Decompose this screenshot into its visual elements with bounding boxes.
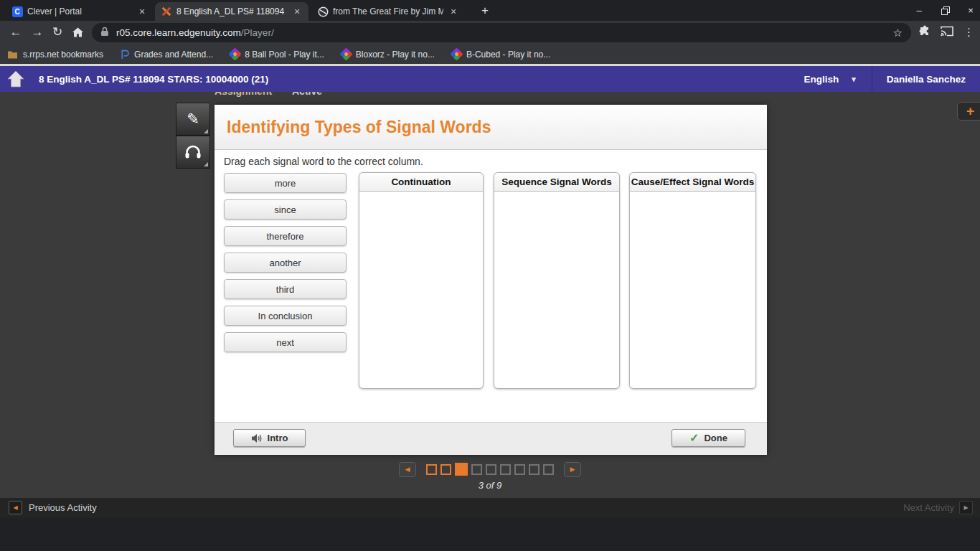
next-activity-icon[interactable]: ▶ bbox=[959, 501, 973, 514]
check-icon: ✓ bbox=[689, 431, 699, 445]
pager-prev-icon[interactable]: ◀ bbox=[399, 462, 416, 477]
page-square[interactable] bbox=[543, 464, 554, 475]
headphones-icon bbox=[184, 145, 202, 159]
close-window-icon[interactable]: × bbox=[966, 5, 976, 16]
column-header: Sequence Signal Words bbox=[494, 173, 619, 192]
coolmath-icon bbox=[450, 47, 463, 60]
page-square[interactable] bbox=[529, 464, 540, 475]
screen: C Clever | Portal × 8 English A_DL PS# 1… bbox=[0, 0, 980, 551]
column-cause-effect[interactable]: Cause/Effect Signal Words bbox=[629, 172, 756, 389]
back-icon[interactable]: ← bbox=[7, 24, 24, 41]
column-header: Continuation bbox=[359, 173, 483, 192]
edgenuity-favicon-icon bbox=[161, 6, 172, 17]
tab-clever-portal[interactable]: C Clever | Portal × bbox=[6, 2, 154, 21]
tab-title: 8 English A_DL PS# 118094 STA bbox=[176, 6, 287, 17]
word-in-conclusion[interactable]: In conclusion bbox=[224, 306, 347, 326]
restore-window-icon[interactable] bbox=[940, 5, 950, 16]
tab-edgenuity-player[interactable]: 8 English A_DL PS# 118094 STA × bbox=[155, 2, 308, 21]
word-since[interactable]: since bbox=[224, 199, 347, 220]
address-bar[interactable]: r05.core.learn.edgenuity.com /Player/ ☆ bbox=[92, 23, 911, 42]
url-host: r05.core.learn.edgenuity.com bbox=[116, 27, 241, 38]
page-square[interactable] bbox=[471, 464, 482, 475]
speaker-icon bbox=[251, 433, 263, 443]
browser-tab-strip: C Clever | Portal × 8 English A_DL PS# 1… bbox=[0, 0, 980, 21]
lms-header: 8 English A_DL PS# 118094 STARS: 1000400… bbox=[0, 66, 980, 92]
home-house-icon bbox=[6, 70, 25, 88]
word-therefore[interactable]: therefore bbox=[224, 226, 347, 246]
intro-button[interactable]: Intro bbox=[233, 429, 306, 447]
user-menu[interactable]: Daniella Sanchez bbox=[872, 66, 980, 92]
activity-nav-bar: ◀ Previous Activity Next Activity ▶ bbox=[0, 498, 980, 518]
coolmath-icon bbox=[228, 47, 241, 60]
window-controls: – × bbox=[914, 0, 976, 21]
activity-card: Identifying Types of Signal Words Drag e… bbox=[215, 105, 767, 455]
tab-great-fire[interactable]: from The Great Fire by Jim Murp × bbox=[311, 2, 465, 21]
language-selector[interactable]: English ▾ bbox=[788, 66, 871, 92]
audio-tool-button[interactable] bbox=[176, 136, 210, 169]
pager-next-icon[interactable]: ▶ bbox=[564, 462, 581, 477]
word-next[interactable]: next bbox=[224, 332, 347, 352]
home-icon[interactable] bbox=[69, 24, 86, 41]
course-title: 8 English A_DL PS# 118094 STARS: 1000400… bbox=[39, 74, 268, 85]
chromeos-shelf: D 2 6:36 bbox=[0, 518, 980, 551]
lms-home-button[interactable] bbox=[0, 66, 32, 92]
word-another[interactable]: another bbox=[224, 253, 347, 273]
tab-title: from The Great Fire by Jim Murp bbox=[333, 6, 443, 17]
activity-instruction: Drag each signal word to the correct col… bbox=[224, 156, 423, 167]
bookmark-bcubed[interactable]: B-Cubed - Play it no... bbox=[452, 50, 550, 60]
bookmark-folder[interactable]: s.rrps.net bookmarks bbox=[7, 50, 103, 60]
word-third[interactable]: third bbox=[224, 279, 347, 299]
chevron-down-icon: ▾ bbox=[852, 75, 856, 84]
column-header: Cause/Effect Signal Words bbox=[630, 173, 755, 192]
bookmarks-bar: s.rrps.net bookmarks Grades and Attend..… bbox=[0, 44, 980, 64]
new-tab-button[interactable]: + bbox=[476, 3, 494, 19]
browser-toolbar: ← → ↻ r05.core.learn.edgenuity.com /Play… bbox=[0, 21, 980, 44]
media-favicon-icon bbox=[317, 6, 329, 17]
extensions-icon[interactable] bbox=[919, 25, 930, 39]
close-tab-icon[interactable]: × bbox=[136, 6, 148, 17]
cast-icon[interactable] bbox=[941, 26, 953, 39]
url-path: /Player/ bbox=[241, 27, 274, 38]
pencil-icon: ✎ bbox=[187, 110, 199, 128]
close-tab-icon[interactable]: × bbox=[291, 6, 303, 17]
next-activity-label: Next Activity bbox=[903, 498, 954, 518]
column-sequence[interactable]: Sequence Signal Words bbox=[494, 172, 620, 389]
activity-header: Identifying Types of Signal Words bbox=[215, 105, 767, 150]
bookmark-grades[interactable]: Grades and Attend... bbox=[121, 50, 213, 60]
page-square-current[interactable] bbox=[455, 463, 468, 476]
forward-icon[interactable]: → bbox=[29, 24, 46, 41]
clever-favicon-icon: C bbox=[11, 6, 23, 17]
reload-icon[interactable]: ↻ bbox=[49, 24, 66, 41]
coolmath-icon bbox=[339, 47, 352, 60]
column-continuation[interactable]: Continuation bbox=[359, 172, 484, 389]
zoom-plus-button[interactable]: + bbox=[957, 102, 980, 121]
highlighter-tool-button[interactable]: ✎ bbox=[176, 103, 210, 136]
lock-icon bbox=[100, 27, 109, 39]
browser-menu-icon[interactable]: ⋮ bbox=[963, 26, 974, 39]
minimize-window-icon[interactable]: – bbox=[914, 5, 924, 16]
previous-activity-icon[interactable]: ◀ bbox=[9, 501, 22, 514]
page-square[interactable] bbox=[500, 464, 511, 475]
folder-icon bbox=[7, 50, 18, 59]
activity-title: Identifying Types of Signal Words bbox=[227, 118, 491, 137]
slide-pagination: ◀ ▶ bbox=[0, 461, 980, 478]
page-count-label: 3 of 9 bbox=[0, 480, 980, 491]
bookmark-bloxorz[interactable]: Bloxorz - Play it no... bbox=[341, 50, 435, 60]
done-button[interactable]: ✓ Done bbox=[672, 429, 745, 447]
bookmark-8ballpool[interactable]: 8 Ball Pool - Play it... bbox=[230, 50, 324, 60]
page-square[interactable] bbox=[514, 464, 525, 475]
word-more[interactable]: more bbox=[224, 173, 347, 193]
powerschool-icon bbox=[121, 50, 129, 60]
previous-activity-label[interactable]: Previous Activity bbox=[29, 498, 97, 518]
page-square[interactable] bbox=[486, 464, 496, 475]
tab-title: Clever | Portal bbox=[27, 6, 132, 17]
bookmark-star-icon[interactable]: ☆ bbox=[893, 27, 903, 39]
page-square[interactable] bbox=[426, 464, 437, 475]
page-square[interactable] bbox=[440, 464, 451, 475]
close-tab-icon[interactable]: × bbox=[448, 6, 459, 17]
